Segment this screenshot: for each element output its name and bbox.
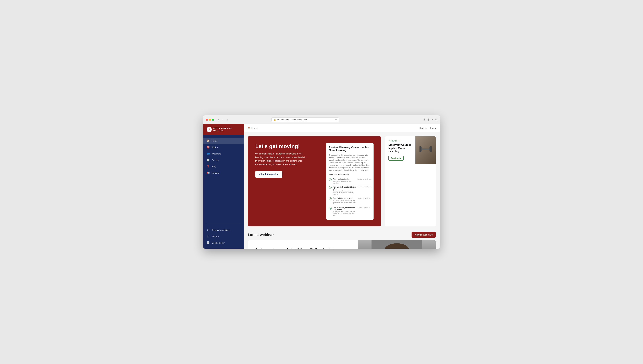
webinar-image	[358, 240, 436, 249]
preview-btn-label: Preview	[391, 157, 399, 160]
sidebar-nav: 🏠 Home 🎯 Topics 👥 Webinars 📄 Articles ❓	[203, 135, 244, 222]
contact-icon: 📢	[207, 171, 210, 174]
svg-rect-1	[420, 148, 431, 150]
preview-item-content-4: Part 3 - Check, finetune and take action…	[333, 207, 356, 216]
back-button[interactable]: ‹	[217, 118, 220, 122]
sidebar-item-webinars[interactable]: 👥 Webinars	[203, 150, 244, 157]
sidebar-item-home[interactable]: 🏠 Home	[203, 138, 244, 144]
home-breadcrumb-icon: 🏠	[248, 127, 250, 129]
nav-label-terms: Terms & conditions	[212, 229, 230, 231]
nav-label-faq: FAQ	[212, 165, 216, 168]
latest-webinar-section: Latest webinar View all webinars Arthrog…	[248, 232, 436, 249]
preview-item-desc-2: The best result is achieved to learn by …	[333, 190, 356, 195]
topics-icon: 🎯	[207, 146, 210, 149]
preview-item-title-1: Part 1a - Introduction	[333, 178, 356, 180]
page-content: Let's get moving! We strongly believe in…	[244, 132, 440, 249]
preview-button[interactable]: Preview ▶	[388, 156, 404, 160]
star-icon: ☆	[388, 140, 390, 142]
refresh-icon[interactable]: ↻	[335, 118, 337, 121]
main-content: 🏠 Home Register Login Let's get moving!	[244, 124, 440, 249]
sidebar-divider	[207, 224, 240, 224]
breadcrumb-home: Home	[251, 127, 257, 129]
sidebar-item-terms[interactable]: ⏱ Terms & conditions	[203, 227, 244, 233]
nav-label-webinars: Webinars	[212, 152, 221, 155]
login-link[interactable]: Login	[430, 127, 436, 129]
preview-item-content-1: Part 1a - Introduction Introduction to i…	[333, 178, 356, 184]
preview-section-label: What's in this course?	[329, 174, 371, 176]
preview-item-desc-3: In this part of the course you will be s…	[333, 200, 356, 204]
play-icon: ▶	[400, 157, 401, 160]
preview-card-description: The purpose of this course is to get you…	[329, 154, 371, 172]
section-header: Latest webinar View all webinars	[248, 232, 436, 238]
home-icon: 🏠	[207, 139, 210, 142]
course-preview-card: Preview: Discovery Course: Implicit Moto…	[326, 143, 374, 220]
hero-description: We strongly believe in applying innovati…	[255, 152, 309, 166]
hero-section: Let's get moving! We strongly believe in…	[248, 136, 436, 226]
nav-label-home: Home	[212, 140, 218, 142]
preview-item-num-4: 4	[329, 207, 332, 210]
webinars-icon: 👥	[207, 152, 210, 155]
preview-item-title-4: Part 3 - Check, finetune and take action	[333, 207, 356, 210]
nav-label-cookie: Cookie policy	[212, 242, 225, 244]
preview-item-desc-4: In this part of the course you will do a…	[333, 211, 356, 216]
preview-item-4: 4 Part 3 - Check, finetune and take acti…	[329, 206, 371, 217]
preview-item-content-2: Part 1b - Ask a patient to join you The …	[333, 186, 356, 195]
fullscreen-button[interactable]	[212, 119, 214, 121]
preview-item-meta-2: Added: 1 month a...	[357, 186, 371, 188]
new-episode-badge: ☆ New episode	[388, 140, 412, 142]
sidebar-item-cookie[interactable]: 📄 Cookie policy	[203, 240, 244, 246]
svg-rect-4	[419, 146, 421, 152]
preview-item-3: 3 Part 2 - Let's get moving In this part…	[329, 196, 371, 206]
svg-rect-5	[430, 146, 432, 152]
top-nav: 🏠 Home Register Login	[244, 124, 440, 132]
hero-text: Let's get moving! We strongly believe in…	[255, 143, 322, 220]
tabs-icon[interactable]: ⧉	[435, 118, 437, 121]
sidebar-item-contact[interactable]: 📢 Contact	[203, 170, 244, 176]
new-episode-card: ☆ New episode Discovery Course: Implicit…	[385, 136, 436, 226]
share-icon[interactable]: ⬆	[427, 118, 430, 121]
svg-point-0	[209, 128, 210, 130]
sidebar-toggle[interactable]: ⊞	[227, 118, 229, 121]
sidebar-item-privacy[interactable]: 🛡 Privacy	[203, 233, 244, 240]
traffic-lights	[206, 119, 214, 121]
new-episode-header: ☆ New episode Discovery Course: Implicit…	[385, 136, 436, 164]
preview-item-meta-4: Added: 1 month a...	[357, 207, 371, 208]
preview-item-meta-1: Added: 1 month a...	[357, 178, 371, 180]
preview-item-2: 2 Part 1b - Ask a patient to join you Th…	[329, 185, 371, 196]
forward-button[interactable]: ›	[221, 118, 223, 122]
close-button[interactable]	[206, 119, 208, 121]
webinar-content: Arthrogenic muscle inhibition: Pathophys…	[248, 240, 358, 249]
browser-chrome: ‹ › ⊞ 🔒 motorlearninginstitute.knalgeel.…	[203, 115, 440, 124]
address-bar[interactable]: 🔒 motorlearninginstitute.knalgeel.io ↻	[272, 118, 339, 122]
thumbnail-image	[415, 136, 436, 164]
preview-item-desc-1: Introduction to implicit motor learning.	[333, 180, 356, 184]
cookie-icon: 📄	[207, 241, 210, 244]
view-all-webinars-button[interactable]: View all webinars	[412, 232, 436, 238]
sidebar-item-articles[interactable]: 📄 Articles	[203, 157, 244, 163]
new-tab-icon[interactable]: +	[432, 118, 433, 121]
minimize-button[interactable]	[209, 119, 211, 121]
sidebar-logo: MOTOR LEARNING INSTITUTE	[203, 124, 244, 135]
sidebar-bottom: ⏱ Terms & conditions 🛡 Privacy 📄 Cookie …	[203, 226, 244, 249]
section-title: Latest webinar	[248, 233, 274, 237]
sidebar-item-topics[interactable]: 🎯 Topics	[203, 144, 244, 150]
preview-items-list: 1 Part 1a - Introduction Introduction to…	[329, 177, 371, 217]
terms-icon: ⏱	[207, 228, 210, 232]
register-link[interactable]: Register	[419, 127, 428, 129]
breadcrumb: 🏠 Home	[248, 127, 419, 129]
articles-icon: 📄	[207, 158, 210, 162]
download-icon[interactable]: ⬇	[423, 118, 425, 121]
url-text: motorlearninginstitute.knalgeel.io	[277, 118, 307, 121]
sidebar-item-faq[interactable]: ❓ FAQ	[203, 163, 244, 170]
episode-thumbnail	[415, 136, 436, 164]
nav-label-contact: Contact	[212, 172, 219, 174]
logo-text: MOTOR LEARNING INSTITUTE	[213, 127, 240, 132]
new-episode-title: Discovery Course: Implicit Motor Learnin…	[388, 143, 412, 153]
logo-icon	[207, 127, 212, 132]
webinar-title: Arthrogenic muscle inhibition: Pathophys…	[255, 247, 351, 249]
preview-item-title-2: Part 1b - Ask a patient to join you	[333, 186, 356, 190]
nav-label-articles: Articles	[212, 159, 219, 162]
check-topics-button[interactable]: Check the topics	[255, 171, 282, 178]
hero-card: Let's get moving! We strongly believe in…	[248, 136, 381, 226]
preview-item-num-1: 1	[329, 178, 332, 181]
